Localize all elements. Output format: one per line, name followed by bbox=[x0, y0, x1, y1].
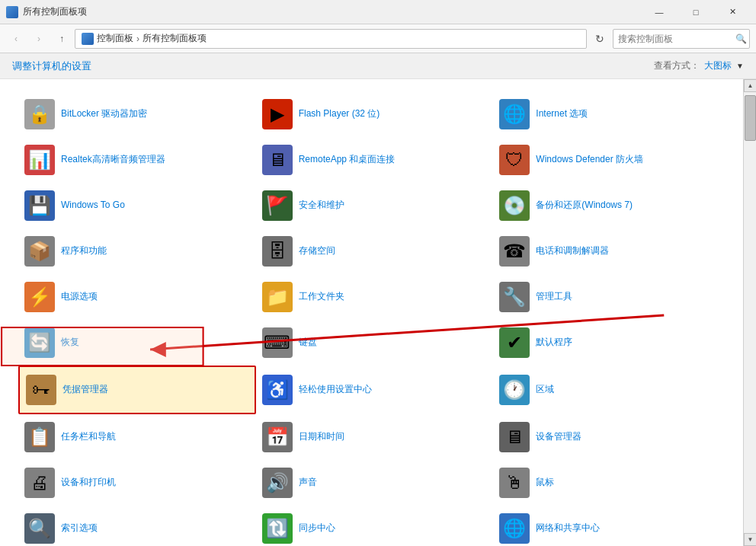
cp-item-devices[interactable]: 🖨 设备和打印机 bbox=[18, 460, 256, 506]
search-box[interactable]: 🔍 bbox=[613, 29, 750, 49]
label-bitlocker: BitLocker 驱动器加密 bbox=[61, 108, 147, 120]
view-dropdown-icon[interactable]: ▼ bbox=[736, 62, 744, 70]
cp-item-ease[interactable]: ♿ 轻松使用设置中心 bbox=[256, 366, 494, 414]
icon-sound: 🔊 bbox=[262, 468, 293, 498]
cp-item-sound[interactable]: 🔊 声音 bbox=[256, 460, 494, 506]
icon-bitlocker: 🔒 bbox=[24, 99, 55, 129]
cp-item-default[interactable]: ✔ 默认程序 bbox=[493, 320, 731, 366]
forward-button[interactable]: › bbox=[29, 29, 49, 49]
label-storage: 存储空间 bbox=[299, 245, 335, 257]
minimize-button[interactable]: — bbox=[642, 0, 677, 24]
icon-keyboard: ⌨ bbox=[262, 327, 293, 358]
cp-item-restore[interactable]: 🔄 恢复 bbox=[18, 320, 256, 366]
label-mgmt: 管理工具 bbox=[536, 291, 572, 303]
cp-item-region[interactable]: 🕐 区域 bbox=[493, 366, 731, 414]
cp-item-phone[interactable]: ☎ 电话和调制解调器 bbox=[493, 228, 731, 274]
label-devmgr: 设备管理器 bbox=[536, 431, 581, 443]
path-separator: › bbox=[136, 34, 139, 44]
close-button[interactable]: ✕ bbox=[715, 0, 750, 24]
icon-cred: 🗝 bbox=[26, 375, 56, 405]
window-controls: — □ ✕ bbox=[642, 0, 750, 24]
label-ease: 轻松使用设置中心 bbox=[299, 384, 372, 396]
label-mouse: 鼠标 bbox=[536, 477, 554, 489]
icon-remoteapp: 🖥 bbox=[262, 145, 293, 175]
scroll-thumb[interactable] bbox=[745, 95, 756, 141]
view-option[interactable]: 大图标 bbox=[704, 59, 732, 72]
scroll-track bbox=[744, 92, 756, 533]
cp-item-flash[interactable]: ▶ Flash Player (32 位) bbox=[256, 91, 494, 137]
cp-item-mgmt[interactable]: 🔧 管理工具 bbox=[493, 274, 731, 320]
label-keyboard: 键盘 bbox=[299, 337, 317, 349]
back-button[interactable]: ‹ bbox=[6, 29, 26, 49]
toolbar: 调整计算机的设置 查看方式： 大图标 ▼ bbox=[0, 53, 756, 79]
refresh-button[interactable]: ↻ bbox=[590, 29, 610, 49]
view-label: 查看方式： bbox=[654, 59, 700, 72]
icon-sync: 🔃 bbox=[262, 513, 293, 544]
main-content: 🔒 BitLocker 驱动器加密 ▶ Flash Player (32 位) … bbox=[0, 79, 756, 546]
cp-item-realtek[interactable]: 📊 Realtek高清晰音频管理器 bbox=[18, 137, 256, 183]
icon-storage: 🗄 bbox=[262, 236, 293, 267]
cp-item-backup[interactable]: 💿 备份和还原(Windows 7) bbox=[493, 183, 731, 228]
label-realtek: Realtek高清晰音频管理器 bbox=[61, 154, 165, 166]
label-phone: 电话和调制解调器 bbox=[536, 245, 609, 257]
control-panel-grid: 🔒 BitLocker 驱动器加密 ▶ Flash Player (32 位) … bbox=[18, 91, 731, 546]
cp-item-internet[interactable]: 🌐 Internet 选项 bbox=[493, 91, 731, 137]
search-input[interactable] bbox=[618, 34, 732, 44]
address-bar: ‹ › ↑ 控制面板 › 所有控制面板项 ↻ 🔍 bbox=[0, 24, 756, 53]
label-cred: 凭据管理器 bbox=[62, 384, 108, 396]
up-button[interactable]: ↑ bbox=[52, 29, 72, 49]
icon-default: ✔ bbox=[499, 327, 530, 358]
adjust-title: 调整计算机的设置 bbox=[12, 59, 91, 73]
cp-item-devmgr[interactable]: 🖥 设备管理器 bbox=[493, 414, 731, 460]
label-sound: 声音 bbox=[299, 477, 317, 489]
cp-item-bitlocker[interactable]: 🔒 BitLocker 驱动器加密 bbox=[18, 91, 256, 137]
icon-devices: 🖨 bbox=[24, 468, 55, 498]
cp-item-network[interactable]: 🌐 网络和共享中心 bbox=[493, 506, 731, 546]
label-power: 电源选项 bbox=[61, 291, 98, 303]
label-sync: 同步中心 bbox=[299, 522, 335, 535]
cp-item-programs[interactable]: 📦 程序和功能 bbox=[18, 228, 256, 274]
cp-item-datetime[interactable]: 📅 日期和时间 bbox=[256, 414, 494, 460]
cp-item-indexing[interactable]: 🔍 索引选项 bbox=[18, 506, 256, 546]
maximize-button[interactable]: □ bbox=[678, 0, 713, 24]
icon-realtek: 📊 bbox=[24, 145, 55, 175]
label-datetime: 日期和时间 bbox=[299, 431, 344, 443]
cp-item-security[interactable]: 🚩 安全和维护 bbox=[256, 183, 494, 228]
path-segment-1: 控制面板 bbox=[97, 32, 133, 45]
cp-item-wintogo[interactable]: 💾 Windows To Go bbox=[18, 183, 256, 228]
icon-datetime: 📅 bbox=[262, 422, 293, 452]
scrollbar[interactable]: ▲ ▼ bbox=[743, 79, 756, 546]
cp-item-defender[interactable]: 🛡 Windows Defender 防火墙 bbox=[493, 137, 731, 183]
scroll-down-button[interactable]: ▼ bbox=[744, 533, 756, 546]
icon-indexing: 🔍 bbox=[24, 513, 55, 544]
icon-security: 🚩 bbox=[262, 190, 293, 221]
scroll-up-button[interactable]: ▲ bbox=[744, 79, 756, 92]
label-devices: 设备和打印机 bbox=[61, 477, 116, 489]
label-taskbar: 任务栏和导航 bbox=[61, 431, 116, 443]
search-icon[interactable]: 🔍 bbox=[735, 34, 747, 44]
cp-item-power[interactable]: ⚡ 电源选项 bbox=[18, 274, 256, 320]
cp-item-mouse[interactable]: 🖱 鼠标 bbox=[493, 460, 731, 506]
icon-phone: ☎ bbox=[499, 236, 530, 267]
label-backup: 备份和还原(Windows 7) bbox=[536, 200, 633, 212]
view-options: 查看方式： 大图标 ▼ bbox=[654, 59, 744, 72]
cp-item-remoteapp[interactable]: 🖥 RemoteApp 和桌面连接 bbox=[256, 137, 494, 183]
path-segment-2: 所有控制面板项 bbox=[143, 32, 207, 45]
label-internet: Internet 选项 bbox=[536, 108, 588, 120]
icon-flash: ▶ bbox=[262, 99, 293, 129]
title-bar: 所有控制面板项 — □ ✕ bbox=[0, 0, 756, 24]
label-programs: 程序和功能 bbox=[61, 245, 107, 257]
label-default: 默认程序 bbox=[536, 337, 572, 349]
control-panel-grid-area: 🔒 BitLocker 驱动器加密 ▶ Flash Player (32 位) … bbox=[0, 79, 743, 546]
address-path[interactable]: 控制面板 › 所有控制面板项 bbox=[75, 29, 587, 49]
label-restore: 恢复 bbox=[61, 337, 79, 349]
cp-item-storage[interactable]: 🗄 存储空间 bbox=[256, 228, 494, 274]
icon-folder: 📁 bbox=[262, 282, 293, 312]
label-wintogo: Windows To Go bbox=[61, 200, 125, 212]
cp-item-taskbar[interactable]: 📋 任务栏和导航 bbox=[18, 414, 256, 460]
cp-item-folder[interactable]: 📁 工作文件夹 bbox=[256, 274, 494, 320]
icon-power: ⚡ bbox=[24, 282, 55, 312]
cp-item-sync[interactable]: 🔃 同步中心 bbox=[256, 506, 494, 546]
cp-item-cred[interactable]: 🗝 凭据管理器 bbox=[18, 366, 256, 414]
cp-item-keyboard[interactable]: ⌨ 键盘 bbox=[256, 320, 494, 366]
